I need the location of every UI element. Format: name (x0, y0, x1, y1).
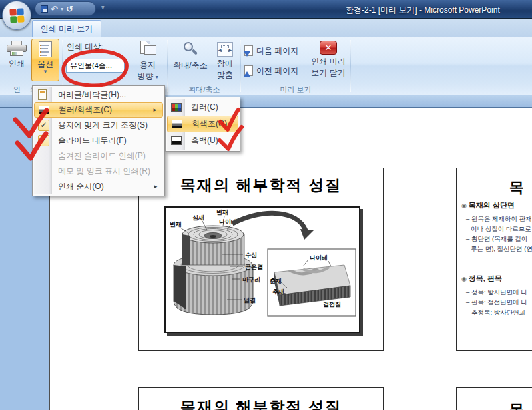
slide2-bullets: ◉목재의 삼단면 – 원목은 제재하여 판재 이나 성질이 다르므로 – 횡단면… (461, 200, 532, 317)
next-page-icon (244, 45, 253, 56)
svg-text:변재: 변재 (216, 209, 228, 216)
group-label-zoom: 확대/축소 (168, 85, 240, 95)
fit-window-icon: ◄► (217, 42, 233, 57)
svg-text:변재: 변재 (170, 221, 182, 228)
preview-slide-1[interactable]: 목재의 해부학적 성질 (138, 168, 384, 351)
header-footer-icon (38, 89, 47, 100)
color-icon (171, 103, 182, 112)
undo-dropdown-icon[interactable]: ▾ (61, 6, 63, 12)
svg-text:수심: 수심 (245, 252, 257, 258)
printer-icon (7, 41, 27, 57)
submenu-arrow-icon: ► (153, 184, 158, 190)
menu-item-scale-to-fit[interactable]: ✓ 용지에 맞게 크기 조정(S) (34, 118, 163, 133)
svg-text:춘재: 춘재 (270, 278, 282, 284)
prev-page-button[interactable]: 이전 페이지 (244, 63, 298, 79)
svg-text:심재: 심재 (192, 214, 204, 221)
submenu-arrow-icon: ► (152, 107, 158, 113)
slide4-title-fragment: 목 (509, 400, 524, 410)
orientation-icon (139, 41, 156, 58)
preview-slide-4[interactable]: 목 (456, 387, 532, 410)
magnifier-icon (182, 41, 199, 59)
fit-to-window-button[interactable]: ◄► 창에맞춤 (211, 39, 239, 81)
menu-item-frame-slides[interactable]: ✓ 슬라이드 테두리(F) (34, 133, 163, 148)
wood-diagram: 변재 심재 변재 나이테 수심 곧은결 마구리 널결 (166, 208, 359, 332)
options-icon (39, 41, 52, 57)
preview-slide-2[interactable]: 목 ◉목재의 삼단면 – 원목은 제재하여 판재 이나 성질이 다르므로 – 횡… (456, 168, 532, 351)
slide1-title: 목재의 해부학적 성질 (139, 175, 383, 196)
bullet-icon: ◉ (461, 276, 467, 282)
color-grayscale-submenu: 컬러(C) 회색조(G) 흑백(U) (165, 97, 240, 152)
redo-icon[interactable]: ↺ (66, 5, 73, 13)
menu-item-print-order[interactable]: 인쇄 순서(O) ► (34, 179, 163, 194)
ribbon-tab-row: 인쇄 미리 보기 (0, 19, 532, 37)
close-print-preview-button[interactable]: ✕ 인쇄 미리 보기 닫기 (308, 39, 348, 81)
grayscale-icon (39, 106, 49, 114)
zoom-button[interactable]: 확대/축소 (171, 39, 210, 81)
options-dropdown-caret: ▼ (32, 70, 59, 74)
svg-text:마구리: 마구리 (242, 276, 260, 283)
print-target-combobox[interactable]: 유인물(4슬... (66, 59, 125, 73)
grayscale-icon (172, 120, 182, 128)
tab-print-preview[interactable]: 인쇄 미리 보기 (32, 20, 101, 37)
menu-item-print-comments: 메모 및 잉크 표시 인쇄(R) (34, 164, 163, 179)
slide3-title: 목재의 해부학적 성질 (139, 397, 383, 410)
black-white-icon (171, 136, 182, 145)
svg-text:나이테: 나이테 (310, 254, 328, 261)
print-target-label: 인쇄 대상: (67, 41, 103, 53)
svg-text:추재: 추재 (272, 288, 284, 295)
bullet-icon: ◉ (461, 202, 467, 209)
close-preview-icon: ✕ (320, 41, 337, 55)
office-logo-icon (9, 8, 24, 23)
qat-more-icon[interactable]: ▿ (101, 4, 105, 11)
menu-item-header-footer[interactable]: 머리글/바닥글(H)... (34, 87, 163, 102)
save-icon[interactable] (41, 5, 48, 13)
submenu-item-black-white[interactable]: 흑백(U) (167, 132, 238, 149)
undo-icon[interactable]: ↶ (51, 5, 58, 13)
print-button[interactable]: 인쇄 (3, 39, 31, 81)
quick-access-toolbar: ↶ ▾ ↺ (35, 1, 96, 16)
prev-page-icon (244, 65, 253, 76)
orientation-button[interactable]: 용지 방향 ▾ (131, 39, 164, 81)
office-button[interactable] (2, 1, 31, 30)
menu-item-color-grayscale[interactable]: 컬러/회색조(C) ► (34, 102, 163, 118)
window-title: 환경-2-1 [미리 보기] - Microsoft PowerPoint (346, 5, 500, 16)
options-dropdown-menu: 머리글/바닥글(H)... 컬러/회색조(C) ► ✓ 용지에 맞게 크기 조정… (32, 85, 165, 196)
svg-text:곧은결: 곧은결 (245, 264, 263, 270)
preview-slide-3[interactable]: 목재의 해부학적 성질 (138, 387, 384, 410)
next-page-button[interactable]: 다음 페이지 (244, 43, 298, 59)
svg-text:겉껍질: 겉껍질 (323, 301, 341, 308)
svg-text:널결: 널결 (244, 297, 256, 304)
submenu-item-grayscale[interactable]: 회색조(G) (167, 116, 238, 132)
powerpoint-window: 환경-2-1 [미리 보기] - Microsoft PowerPoint ↶ … (0, 0, 532, 410)
options-button[interactable]: 옵션 ▼ (31, 39, 59, 81)
submenu-item-color[interactable]: 컬러(C) (167, 99, 238, 116)
menu-item-print-hidden-slides: 숨겨진 슬라이드 인쇄(P) (34, 148, 163, 164)
group-label-preview: 미리 보기 (242, 85, 350, 95)
checkbox-checked-icon: ✓ (38, 120, 49, 131)
slide2-title-fragment: 목 (509, 178, 524, 198)
checkbox-checked-icon: ✓ (38, 135, 49, 146)
wood-anatomy-figure: 변재 심재 변재 나이테 수심 곧은결 마구리 널결 (164, 206, 360, 333)
